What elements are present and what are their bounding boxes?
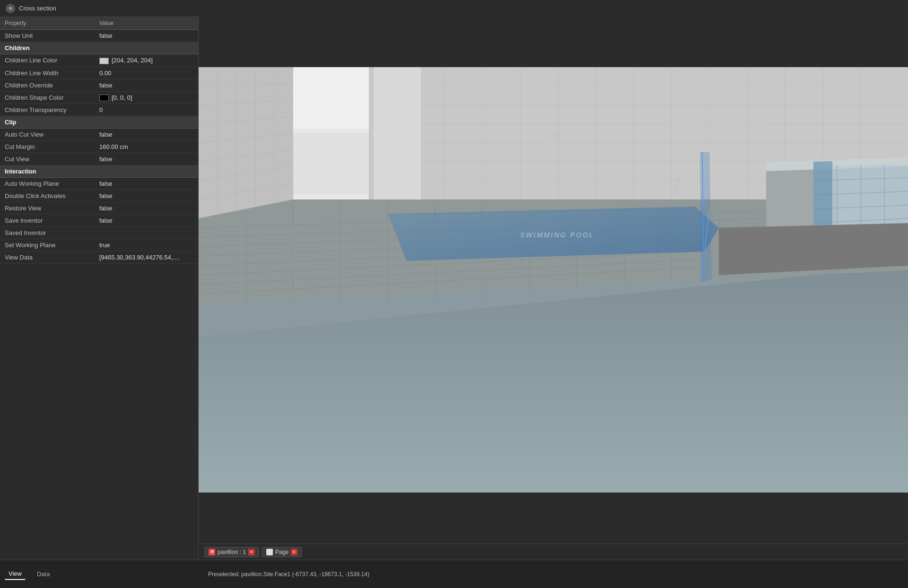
- bottom-bar: View Data Preselected: pavillion.Site.Fa…: [0, 560, 908, 588]
- viewport-tabs-bar: ⚙ pavillion : 1 ✕ Page ✕: [199, 544, 908, 560]
- page-tab-label: Page: [275, 549, 288, 555]
- page-tab-close[interactable]: ✕: [291, 549, 297, 555]
- cross-section-icon: ⊕: [6, 4, 15, 13]
- table-row[interactable]: Set Working Planetrue: [0, 239, 198, 251]
- table-row[interactable]: Cut Margin160.00 cm: [0, 141, 198, 153]
- window-title: Cross section: [19, 5, 56, 12]
- prop-label: Restore View: [0, 202, 95, 215]
- status-bar: Preselected: pavillion.Site.Face1 (-6737…: [199, 571, 908, 578]
- prop-value: false: [95, 153, 198, 165]
- svg-marker-29: [199, 67, 293, 218]
- sections-container: ChildrenChildren Line Color[204, 204, 20…: [0, 42, 198, 264]
- bottom-left: View Data: [0, 568, 199, 580]
- table-row[interactable]: Children Line Color[204, 204, 204]: [0, 54, 198, 67]
- section-header-children: Children: [0, 42, 198, 54]
- tab-pavillion[interactable]: ⚙ pavillion : 1 ✕: [204, 547, 259, 557]
- prop-label: Children Line Color: [0, 54, 95, 67]
- prop-value[interactable]: [0, 0, 0]: [95, 91, 198, 104]
- section-table-children: ChildrenChildren Line Color[204, 204, 20…: [0, 42, 198, 116]
- prop-label: View Data: [0, 251, 95, 264]
- table-row[interactable]: Cut Viewfalse: [0, 153, 198, 165]
- prop-value: false: [95, 215, 198, 227]
- prop-label: Saved Inventor: [0, 227, 95, 239]
- prop-value: 160.00 cm: [95, 141, 198, 153]
- table-row[interactable]: Auto Cut Viewfalse: [0, 129, 198, 141]
- section-header-clip: Clip: [0, 116, 198, 129]
- table-row[interactable]: Saved Inventor: [0, 227, 198, 239]
- prop-value: true: [95, 239, 198, 251]
- pavillion-tab-label: pavillion : 1: [218, 549, 246, 555]
- table-row[interactable]: Children Shape Color[0, 0, 0]: [0, 91, 198, 104]
- table-row[interactable]: Children Line Width0.00: [0, 67, 198, 79]
- table-row[interactable]: Auto Working Planefalse: [0, 178, 198, 190]
- section-table-clip: ClipAuto Cut ViewfalseCut Margin160.00 c…: [0, 116, 198, 165]
- color-swatch[interactable]: [99, 95, 109, 101]
- data-tab-button[interactable]: Data: [33, 569, 53, 579]
- viewport: SWIMMING POOL 3000,00 cm 300,00 cm: [199, 0, 908, 560]
- prop-show-unit: Show Unit: [0, 30, 95, 42]
- section-table-interaction: InteractionAuto Working PlanefalseDouble…: [0, 165, 198, 264]
- left-panel: Property Value Show Unit false ChildrenC…: [0, 17, 199, 560]
- prop-value[interactable]: [204, 204, 204]: [95, 54, 198, 67]
- color-swatch[interactable]: [99, 58, 109, 64]
- pool-label: SWIMMING POOL: [520, 231, 594, 239]
- prop-label: Children Shape Color: [0, 91, 95, 104]
- pavillion-tab-icon: ⚙: [209, 549, 215, 555]
- prop-label: Children Transparency: [0, 104, 95, 116]
- table-row[interactable]: View Data[9465.30,363.90,44276.54,....: [0, 251, 198, 264]
- pavillion-tab-close[interactable]: ✕: [248, 549, 255, 555]
- page-tab-icon: [266, 549, 273, 555]
- top-bar: ⊕ Cross section: [0, 0, 199, 17]
- svg-rect-28: [374, 67, 421, 199]
- prop-label: Cut View: [0, 153, 95, 165]
- table-row[interactable]: Double Click Activatesfalse: [0, 190, 198, 202]
- table-header: Property Value: [0, 17, 198, 30]
- property-table: Property Value Show Unit false: [0, 17, 198, 42]
- section-header-interaction: Interaction: [0, 165, 198, 178]
- prop-label: Auto Cut View: [0, 129, 95, 141]
- prop-label: Double Click Activates: [0, 190, 95, 202]
- prop-value: false: [95, 129, 198, 141]
- tab-page[interactable]: Page ✕: [262, 547, 302, 557]
- color-value-text: [204, 204, 204]: [112, 57, 153, 64]
- prop-label: Children Line Width: [0, 67, 95, 79]
- table-row[interactable]: Children Overridefalse: [0, 79, 198, 91]
- prop-value: false: [95, 178, 198, 190]
- prop-value: 0.00: [95, 67, 198, 79]
- prop-label: Cut Margin: [0, 141, 95, 153]
- prop-value: 0: [95, 104, 198, 116]
- prop-value: false: [95, 79, 198, 91]
- col-value: Value: [95, 17, 198, 30]
- table-row[interactable]: Children Transparency0: [0, 104, 198, 116]
- prop-value: [95, 227, 198, 239]
- preselected-text: Preselected: pavillion.Site.Face1 (-6737…: [208, 571, 369, 578]
- svg-rect-26: [293, 67, 369, 129]
- row-show-unit[interactable]: Show Unit false: [0, 30, 198, 42]
- prop-value: false: [95, 190, 198, 202]
- prop-label: Set Working Plane: [0, 239, 95, 251]
- prop-label: Save Inventor: [0, 215, 95, 227]
- prop-label: Auto Working Plane: [0, 178, 95, 190]
- color-value-text: [0, 0, 0]: [112, 94, 132, 101]
- table-row[interactable]: Restore Viewfalse: [0, 202, 198, 215]
- 3d-scene: SWIMMING POOL 3000,00 cm 300,00 cm: [199, 0, 908, 560]
- val-show-unit: false: [95, 30, 198, 42]
- view-tab-button[interactable]: View: [5, 568, 26, 580]
- prop-label: Children Override: [0, 79, 95, 91]
- col-property: Property: [0, 17, 95, 30]
- table-row[interactable]: Save Inventorfalse: [0, 215, 198, 227]
- svg-rect-27: [293, 133, 369, 195]
- prop-value: false: [95, 202, 198, 215]
- prop-value: [9465.30,363.90,44276.54,....: [95, 251, 198, 264]
